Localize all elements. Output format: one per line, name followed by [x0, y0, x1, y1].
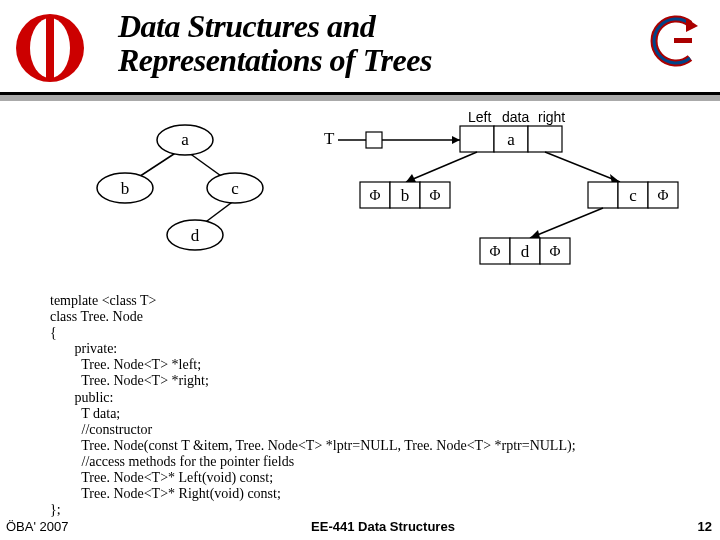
footer-left: ÖBA' 2007 [6, 519, 68, 534]
code-l14: }; [50, 502, 61, 517]
page-title: Data Structures and Representations of T… [118, 10, 432, 77]
tree-node-b: b [121, 179, 130, 198]
code-l2: class Tree. Node [50, 309, 143, 324]
tree-diagram: a b c d [85, 120, 285, 280]
footer-center: EE-441 Data Structures [311, 519, 455, 534]
code-l9: //constructor [50, 422, 152, 437]
title-line1: Data Structures and [118, 10, 432, 44]
slide: Data Structures and Representations of T… [0, 0, 720, 540]
svg-marker-29 [530, 230, 540, 238]
phi-b-right: Φ [430, 187, 441, 203]
svg-rect-17 [528, 126, 562, 152]
tree-node-d: d [191, 226, 200, 245]
svg-line-18 [406, 152, 477, 182]
code-l6: Tree. Node<T> *right; [50, 373, 209, 388]
tree-node-c: c [231, 179, 239, 198]
hdr-data: data [502, 110, 529, 125]
code-l12: Tree. Node<T>* Left(void) const; [50, 470, 273, 485]
code-l4: private: [50, 341, 117, 356]
svg-rect-12 [366, 132, 382, 148]
hdr-right: right [538, 110, 565, 125]
code-l5: Tree. Node<T> *left; [50, 357, 201, 372]
rec-b: b [401, 186, 410, 205]
code-l10: Tree. Node(const T &item, Tree. Node<T> … [50, 438, 576, 453]
footer: ÖBA' 2007 EE-441 Data Structures 12 [0, 519, 720, 534]
code-l11: //access methods for the pointer fields [50, 454, 294, 469]
record-diagram: Left data right T a Φ b Φ c Φ [320, 110, 710, 290]
tree-node-a: a [181, 130, 189, 149]
phi-d-left: Φ [490, 243, 501, 259]
logo-right-icon [646, 14, 702, 68]
rec-a: a [507, 130, 515, 149]
title-line2: Representations of Trees [118, 44, 432, 78]
pointer-T: T [324, 129, 335, 148]
svg-line-20 [545, 152, 620, 182]
footer-page: 12 [698, 519, 712, 534]
svg-rect-25 [588, 182, 618, 208]
svg-rect-3 [674, 38, 692, 43]
code-l13: Tree. Node<T>* Right(void) const; [50, 486, 281, 501]
phi-c-right: Φ [658, 187, 669, 203]
title-rule [0, 92, 720, 101]
hdr-left: Left [468, 110, 491, 125]
code-l3: { [50, 325, 57, 340]
phi-b-left: Φ [370, 187, 381, 203]
svg-line-28 [530, 208, 603, 238]
code-l7: public: [50, 390, 113, 405]
rec-c: c [629, 186, 637, 205]
svg-rect-15 [460, 126, 494, 152]
svg-rect-2 [46, 18, 54, 78]
rec-d: d [521, 242, 530, 261]
code-block: template <class T> class Tree. Node { pr… [50, 293, 690, 518]
phi-d-right: Φ [550, 243, 561, 259]
code-l1: template <class T> [50, 293, 157, 308]
code-l8: T data; [50, 406, 120, 421]
svg-marker-14 [452, 136, 460, 144]
logo-left-icon [10, 8, 90, 88]
